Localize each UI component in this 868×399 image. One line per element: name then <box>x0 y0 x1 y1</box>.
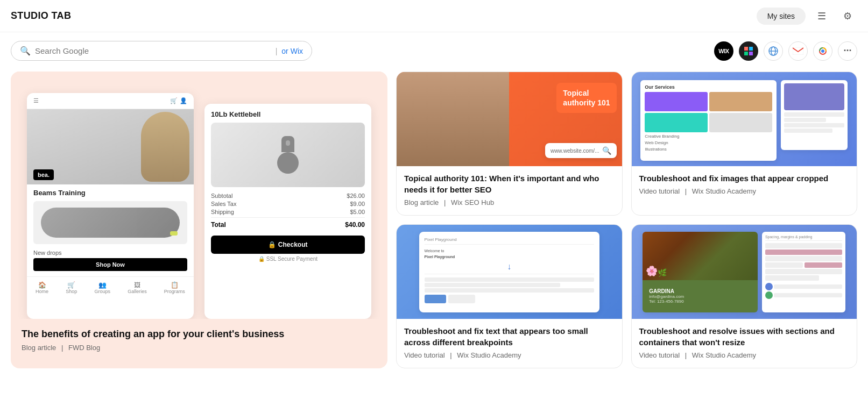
gr-row-1 <box>765 243 842 248</box>
new-drops-text: New drops <box>33 250 187 256</box>
gardina-bottom: GARDINA info@gardina.com Tel: 123-456-78… <box>643 280 758 312</box>
featured-card-title: The benefits of creating an app for your… <box>22 327 377 340</box>
card-text-size-thumb: Pixel Playground Welcome to Pixel Playgr… <box>397 225 622 319</box>
text-panel-bottom <box>425 274 594 303</box>
card-sections-thumb: 🌸 🌿 GARDINA info@gardina.com Tel: 123-45… <box>632 225 857 319</box>
meta-sep4: | <box>685 351 687 359</box>
card-sections-meta: Video tutorial | Wix Studio Academy <box>639 351 850 359</box>
dnd-icon <box>768 46 779 56</box>
card-topical-meta: Blog article | Wix SEO Hub <box>404 198 615 206</box>
card-text-size-title: Troubleshoot and fix text that appears t… <box>404 325 615 348</box>
svg-rect-2 <box>744 52 748 55</box>
featured-card[interactable]: ☰ 🛒 👤 bea. <box>11 72 387 368</box>
card-text-size-meta-type: Video tutorial <box>404 351 445 359</box>
screen-product-title: Beams Training <box>33 189 187 197</box>
bea-badge: bea. <box>33 169 54 180</box>
svg-point-11 <box>821 49 824 53</box>
card-topical-text: Topical authority 101: When it's importa… <box>397 166 622 215</box>
tax-row: Sales Tax $9.00 <box>211 201 365 207</box>
tax-label: Sales Tax <box>211 201 237 207</box>
meta-separator: | <box>61 344 63 352</box>
card-topical-authority[interactable]: Topicalauthority 101 www.website.com/...… <box>396 72 623 216</box>
text-panel-header: Pixel Playground <box>425 237 594 245</box>
seo-search-mock: www.website.com/... 🔍 <box>545 143 617 158</box>
shortcut-more[interactable]: ··· <box>838 41 857 61</box>
text-panel-arrow: ↓ <box>425 262 594 272</box>
gmail-icon <box>793 47 803 55</box>
card-topical-meta-source: Wix SEO Hub <box>451 198 494 206</box>
card-sections-meta-source: Wix Studio Academy <box>692 351 756 359</box>
gardina-top: 🌸 🌿 <box>643 232 758 280</box>
svg-rect-3 <box>749 52 753 55</box>
checkout-button[interactable]: 🔒 Checkout <box>211 236 365 254</box>
nav-shop: 🛒Shop <box>66 281 77 294</box>
analytics-icon <box>817 46 828 56</box>
nav-groups: 👥Groups <box>94 281 110 294</box>
gardina-phone: Tel: 123-456-7890 <box>649 299 684 304</box>
shortcut-dnd[interactable] <box>764 41 783 61</box>
card-text-size[interactable]: Pixel Playground Welcome to Pixel Playgr… <box>396 224 623 368</box>
text-size-panel: Pixel Playground Welcome to Pixel Playgr… <box>419 232 599 312</box>
search-divider: | <box>276 47 278 55</box>
news-icon-button[interactable]: ☰ <box>812 6 831 26</box>
shortcut-analytics[interactable] <box>813 41 832 61</box>
shop-now-button[interactable]: Shop Now <box>33 258 187 271</box>
featured-card-meta: Blog article | FWD Blog <box>22 344 377 352</box>
user-icon: 👤 <box>180 97 187 104</box>
subtotal-value: $26.00 <box>347 193 365 199</box>
meta-sep3: | <box>450 351 451 359</box>
content-grid: ☰ 🛒 👤 bea. <box>0 67 868 379</box>
total-label: Total <box>211 221 226 229</box>
settings-icon-button[interactable]: ⚙ <box>838 6 857 26</box>
card-images-meta: Video tutorial | Wix Studio Academy <box>639 187 850 195</box>
shortcut-figma[interactable] <box>739 41 758 61</box>
card-images[interactable]: Our Services Creative Branding Web Desig… <box>631 72 858 216</box>
card-images-meta-type: Video tutorial <box>639 187 680 195</box>
gr-row-5 <box>765 275 819 281</box>
screen-nav: ☰ 🛒 👤 <box>27 93 194 109</box>
cart-screen: 10Lb Kettlebell Subtotal $26.00 <box>204 104 371 268</box>
header-left: STUDIO TAB <box>11 10 71 22</box>
search-input[interactable] <box>35 46 271 55</box>
card-text-size-meta: Video tutorial | Wix Studio Academy <box>404 351 615 359</box>
or-wix-link[interactable]: or Wix <box>281 47 303 55</box>
img-panel-text-2: Web Design <box>645 140 772 145</box>
screen-left: ☰ 🛒 👤 bea. <box>27 93 194 319</box>
img-panel-text-1: Creative Branding <box>645 134 772 139</box>
screen-product-section: Beams Training <box>27 184 194 199</box>
nav-icon: ☰ <box>33 97 39 104</box>
images-panel-title: Our Services <box>645 84 772 90</box>
shortcuts-row: WIX <box>714 41 857 61</box>
card-topical-title: Topical authority 101: When it's importa… <box>404 173 615 195</box>
my-sites-button[interactable]: My sites <box>757 8 806 25</box>
images-panel-grid <box>645 92 772 132</box>
cart-product-image <box>211 123 365 187</box>
subtotal-label: Subtotal <box>211 193 232 199</box>
featured-meta-source: FWD Blog <box>68 344 100 352</box>
card-sections-text: Troubleshoot and resolve issues with sec… <box>632 319 857 368</box>
seo-text-box: Topicalauthority 101 <box>556 83 616 113</box>
nav-galleries: 🖼Galleries <box>128 281 147 294</box>
search-bar: 🔍 | or Wix <box>11 41 312 61</box>
subtotal-row: Subtotal $26.00 <box>211 193 365 199</box>
card-topical-meta-type: Blog article <box>404 198 439 206</box>
ssl-text: 🔒 SSL Secure Payment <box>211 256 365 262</box>
screen-right: 10Lb Kettlebell Subtotal $26.00 <box>204 104 371 319</box>
app-title: STUDIO TAB <box>11 10 71 22</box>
shortcut-gmail[interactable] <box>788 41 808 61</box>
card-sections[interactable]: 🌸 🌿 GARDINA info@gardina.com Tel: 123-45… <box>631 224 858 368</box>
meta-sep2: | <box>685 187 687 195</box>
tax-value: $9.00 <box>350 201 365 207</box>
card-images-thumb: Our Services Creative Branding Web Desig… <box>632 72 857 166</box>
images-panel-side <box>781 80 848 150</box>
card-text-size-meta-source: Wix Studio Academy <box>457 351 521 359</box>
img-item-2 <box>709 92 772 111</box>
header: STUDIO TAB My sites ☰ ⚙ <box>0 0 868 32</box>
shipping-row: Shipping $5.00 <box>211 209 365 215</box>
card-images-meta-source: Wix Studio Academy <box>692 187 756 195</box>
shortcut-wix[interactable]: WIX <box>714 41 733 61</box>
images-panel-main: Our Services Creative Branding Web Desig… <box>640 80 777 161</box>
cart-icon: 🛒 <box>170 97 178 104</box>
svg-rect-7 <box>793 47 803 55</box>
news-icon: ☰ <box>817 10 826 22</box>
